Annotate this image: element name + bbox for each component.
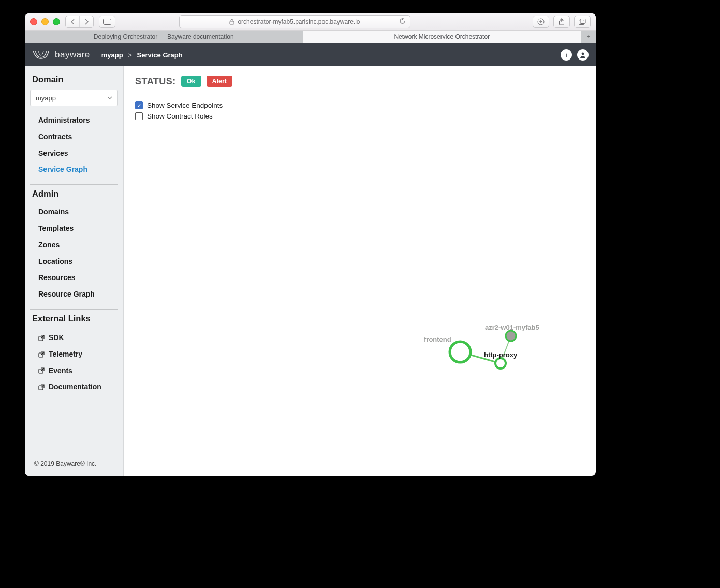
browser-window: orchestrator-myfab5.parisinc.poc.bayware…	[25, 13, 596, 476]
titlebar: orchestrator-myfab5.parisinc.poc.bayware…	[25, 13, 596, 31]
brand-logo-icon	[32, 50, 50, 60]
chevron-right-icon	[84, 19, 89, 25]
graph-node-httpproxy[interactable]	[495, 358, 506, 369]
ext-link-documentation[interactable]: Documentation	[25, 379, 123, 395]
sidebar-item-locations[interactable]: Locations	[25, 254, 123, 270]
window-controls	[30, 18, 60, 25]
ext-link-telemetry[interactable]: Telemetry	[25, 346, 123, 363]
info-button[interactable]: i	[561, 49, 572, 61]
sidebar-item-administrators[interactable]: Administrators	[25, 112, 123, 129]
tabs-icon	[579, 19, 586, 25]
external-link-icon	[38, 351, 45, 358]
graph-node-frontend[interactable]	[450, 342, 471, 362]
chevron-down-icon	[107, 96, 112, 100]
svg-rect-0	[104, 19, 111, 25]
new-tab-button[interactable]: +	[581, 31, 596, 43]
breadcrumb-sep: >	[128, 51, 132, 59]
breadcrumb-page: Service Graph	[137, 51, 183, 59]
section-admin: Admin	[25, 186, 123, 202]
chk-roles-label: Show Contract Roles	[147, 112, 213, 120]
tab-1[interactable]: Network Microservice Orchestrator	[303, 31, 581, 43]
status-ok-badge[interactable]: Ok	[181, 76, 201, 87]
checkbox-icon: ✓	[135, 101, 143, 109]
brand[interactable]: bayware	[32, 50, 90, 60]
sidebar-item-templates[interactable]: Templates	[25, 220, 123, 237]
status-label: STATUS:	[135, 76, 176, 87]
back-button[interactable]	[66, 16, 79, 27]
header-right: i	[561, 49, 589, 61]
toolbar-right	[533, 16, 591, 28]
address-bar[interactable]: orchestrator-myfab5.parisinc.poc.bayware…	[179, 15, 410, 28]
nav-back-forward	[65, 16, 94, 28]
graph-node-label-azr: azr2-w01-myfab5	[485, 324, 539, 331]
tab-0[interactable]: Deploying Orchestrator — Bayware documen…	[25, 31, 303, 43]
breadcrumb-root[interactable]: myapp	[101, 51, 123, 59]
divider	[30, 184, 118, 185]
app-header: bayware myapp > Service Graph i	[25, 43, 596, 66]
chevron-left-icon	[70, 19, 75, 25]
chk-roles[interactable]: Show Contract Roles	[135, 112, 584, 120]
svg-rect-5	[579, 20, 584, 25]
graph-node-label-httpproxy: http-proxy	[484, 351, 517, 359]
svg-text:i: i	[565, 52, 567, 58]
sidebar-item-service-graph[interactable]: Service Graph	[25, 161, 123, 178]
sidebar-item-zones[interactable]: Zones	[25, 237, 123, 254]
forward-button[interactable]	[79, 16, 93, 27]
info-icon: i	[563, 51, 570, 58]
share-button[interactable]	[553, 16, 570, 28]
downloads-button[interactable]	[533, 16, 549, 28]
checkbox-icon	[135, 112, 143, 120]
tabstrip: Deploying Orchestrator — Bayware documen…	[25, 31, 596, 43]
sidebar-item-resources[interactable]: Resources	[25, 270, 123, 286]
view-options: ✓ Show Service Endpoints Show Contract R…	[135, 101, 584, 120]
reload-icon	[399, 18, 406, 24]
graph-node-label-frontend: frontend	[424, 335, 451, 343]
svg-point-10	[582, 53, 584, 55]
user-icon	[579, 51, 587, 59]
brand-text: bayware	[55, 50, 90, 60]
external-link-icon	[38, 335, 45, 341]
reload-button[interactable]	[399, 18, 406, 26]
status-alert-badge[interactable]: Alert	[207, 76, 232, 87]
sidebar-icon	[103, 19, 111, 25]
app-body: Domain myapp AdministratorsContractsServ…	[25, 66, 596, 476]
divider	[30, 309, 118, 310]
service-graph[interactable]	[124, 66, 596, 476]
domain-nav: AdministratorsContractsServicesService G…	[25, 110, 123, 183]
zoom-window-icon[interactable]	[53, 18, 60, 25]
chk-endpoints-label: Show Service Endpoints	[147, 101, 223, 109]
external-link-icon	[38, 368, 45, 374]
graph-node-azr[interactable]	[506, 331, 516, 341]
domain-select[interactable]: myapp	[30, 90, 118, 106]
external-nav: SDKTelemetryEventsDocumentation	[25, 327, 123, 399]
sidebar: Domain myapp AdministratorsContractsServ…	[25, 66, 124, 476]
svg-rect-6	[580, 19, 585, 24]
sidebar-item-contracts[interactable]: Contracts	[25, 129, 123, 145]
minimize-window-icon[interactable]	[41, 18, 49, 25]
close-window-icon[interactable]	[30, 18, 37, 25]
sidebar-item-domains[interactable]: Domains	[25, 204, 123, 220]
external-link-icon	[38, 384, 45, 390]
tabs-overview-button[interactable]	[574, 16, 591, 28]
admin-nav: DomainsTemplatesZonesLocationsResourcesR…	[25, 202, 123, 308]
chk-endpoints[interactable]: ✓ Show Service Endpoints	[135, 101, 584, 109]
breadcrumb: myapp > Service Graph	[101, 51, 183, 59]
ext-link-events[interactable]: Events	[25, 363, 123, 379]
sidebar-toggle-button[interactable]	[99, 16, 115, 28]
ext-link-sdk[interactable]: SDK	[25, 330, 123, 346]
share-icon	[559, 18, 565, 25]
account-button[interactable]	[577, 49, 589, 61]
lock-icon	[229, 19, 234, 25]
sidebar-item-services[interactable]: Services	[25, 145, 123, 162]
section-domain: Domain	[25, 71, 123, 87]
sidebar-item-resource-graph[interactable]: Resource Graph	[25, 286, 123, 303]
tab-label: Deploying Orchestrator — Bayware documen…	[94, 33, 234, 40]
content: STATUS: Ok Alert ✓ Show Service Endpoint…	[124, 66, 596, 476]
domain-select-value: myapp	[36, 94, 56, 102]
download-icon	[537, 18, 545, 25]
svg-rect-2	[230, 21, 234, 24]
status-row: STATUS: Ok Alert	[135, 76, 584, 87]
graph-edge	[501, 336, 511, 363]
tab-label: Network Microservice Orchestrator	[394, 33, 490, 40]
address-text: orchestrator-myfab5.parisinc.poc.bayware…	[238, 18, 360, 25]
